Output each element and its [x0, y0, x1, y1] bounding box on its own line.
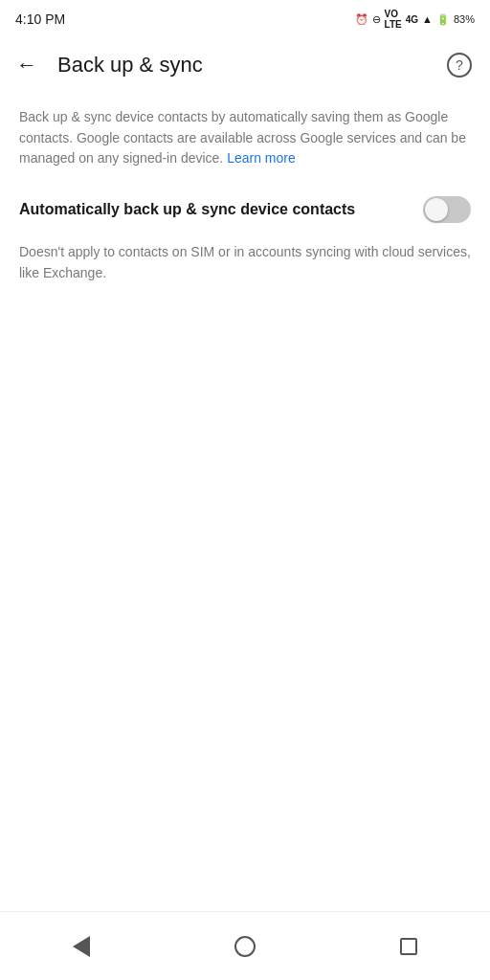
nav-back-button[interactable] [53, 918, 110, 975]
alarm-icon: ⏰ [355, 13, 368, 26]
nav-home-button[interactable] [216, 918, 274, 975]
status-icons: ⏰ ⊖ VOLTE 4G ▲ 🔋 83% [355, 9, 475, 30]
nav-home-icon [234, 936, 256, 957]
signal-4g-icon: 4G [406, 14, 418, 25]
back-arrow-icon: ← [16, 55, 37, 76]
minus-circle-icon: ⊖ [372, 13, 381, 26]
nav-recents-button[interactable] [380, 918, 437, 975]
nav-recents-icon [400, 938, 417, 955]
page-title: Back up & sync [57, 53, 203, 78]
battery-icon: 🔋 [436, 13, 450, 26]
toggle-label: Automatically back up & sync device cont… [19, 199, 408, 220]
toggle-container[interactable] [423, 196, 471, 223]
content-area: Back up & sync device contacts by automa… [0, 96, 490, 302]
help-button[interactable]: ? [440, 46, 479, 84]
back-button[interactable]: ← [8, 46, 46, 84]
nav-back-icon [73, 936, 90, 957]
battery-percent: 83% [454, 13, 475, 25]
settings-row: Automatically back up & sync device cont… [19, 192, 471, 238]
nav-bar [0, 911, 490, 980]
toolbar-left: ← Back up & sync [8, 46, 203, 84]
help-icon: ? [447, 53, 472, 78]
volte-icon: VOLTE [385, 9, 402, 30]
status-bar: 4:10 PM ⏰ ⊖ VOLTE 4G ▲ 🔋 83% [0, 0, 490, 34]
note-text: Doesn't apply to contacts on SIM or in a… [19, 242, 471, 283]
status-time: 4:10 PM [15, 11, 65, 27]
auto-backup-toggle[interactable] [423, 196, 471, 223]
signal-bars-icon: ▲ [422, 13, 433, 25]
question-mark: ? [456, 57, 463, 73]
toggle-thumb [425, 198, 448, 221]
toolbar: ← Back up & sync ? [0, 34, 490, 96]
description-text: Back up & sync device contacts by automa… [19, 107, 471, 169]
learn-more-link[interactable]: Learn more [227, 150, 296, 166]
